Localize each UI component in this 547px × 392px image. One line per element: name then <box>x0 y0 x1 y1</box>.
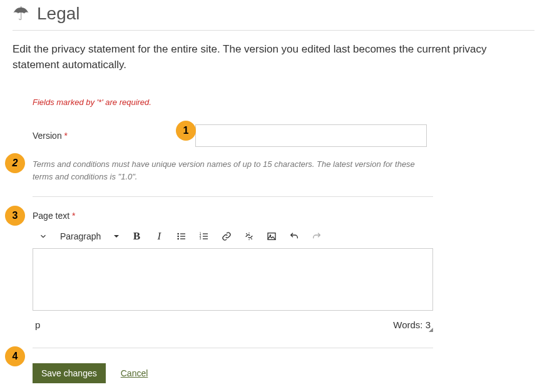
svg-point-4 <box>178 238 180 240</box>
version-label-area: Version * <box>33 131 195 141</box>
cancel-link[interactable]: Cancel <box>121 368 148 378</box>
buttons-row: 4 Save changes Cancel <box>33 348 433 389</box>
editor-status-bar: p Words: 3 ◢ <box>33 311 433 333</box>
chevron-down-icon <box>39 232 48 241</box>
numbered-list-button[interactable]: 123 <box>198 231 210 242</box>
svg-rect-7 <box>203 234 208 234</box>
resize-handle-icon[interactable]: ◢ <box>429 326 433 333</box>
required-asterisk: * <box>72 211 75 221</box>
svg-rect-5 <box>180 239 185 239</box>
bullet-list-button[interactable] <box>176 231 187 242</box>
undo-icon <box>289 231 299 241</box>
editor-toolbar: Paragraph B I 123 <box>33 227 514 248</box>
redo-button[interactable] <box>311 231 322 242</box>
page-title: Legal <box>37 4 80 24</box>
svg-rect-1 <box>180 234 185 234</box>
image-icon <box>267 231 277 241</box>
undo-button[interactable] <box>289 231 300 242</box>
version-label: Version <box>33 131 62 141</box>
pagetext-label-area: Page text * <box>33 211 514 221</box>
umbrella-icon: ☂ <box>13 4 29 23</box>
link-icon <box>222 231 232 241</box>
numbered-list-icon: 123 <box>199 231 209 241</box>
required-asterisk: * <box>64 131 68 141</box>
svg-point-0 <box>178 233 180 235</box>
svg-rect-11 <box>203 239 208 239</box>
svg-text:3: 3 <box>200 238 202 241</box>
link-button[interactable] <box>221 231 232 242</box>
callout-marker-4: 4 <box>5 346 25 366</box>
callout-marker-2: 2 <box>5 153 25 173</box>
page-header: ☂ Legal <box>13 0 534 31</box>
editor-word-count: Words: 3 <box>393 319 431 330</box>
paragraph-select[interactable]: Paragraph <box>60 231 120 241</box>
expand-toolbar-button[interactable] <box>38 231 49 242</box>
unlink-button[interactable] <box>243 231 255 242</box>
caret-down-icon <box>113 233 120 239</box>
svg-point-2 <box>178 236 180 238</box>
version-input[interactable] <box>195 124 427 147</box>
redo-icon <box>312 231 322 241</box>
required-note: Fields marked by '*' are required. <box>33 98 514 107</box>
version-help-row: 2 Terms and conditions must have unique … <box>33 158 433 197</box>
italic-button[interactable]: I <box>153 231 165 242</box>
pagetext-row: 3 Page text * Paragraph B I 1 <box>33 211 514 333</box>
save-button[interactable]: Save changes <box>33 363 106 383</box>
version-row: 1 Version * <box>33 124 514 147</box>
bold-button[interactable]: B <box>131 231 142 242</box>
image-button[interactable] <box>266 231 277 242</box>
pagetext-editor[interactable] <box>33 248 433 311</box>
svg-rect-9 <box>203 236 208 237</box>
svg-rect-3 <box>180 236 185 237</box>
callout-marker-3: 3 <box>5 206 25 226</box>
paragraph-select-label: Paragraph <box>60 231 101 241</box>
version-help-text: Terms and conditions must have unique ve… <box>33 159 415 181</box>
intro-text: Edit the privacy statement for the entir… <box>13 31 534 98</box>
bullet-list-icon <box>176 231 187 241</box>
unlink-icon <box>244 231 254 241</box>
pagetext-label: Page text <box>33 211 69 221</box>
editor-path: p <box>35 319 40 330</box>
